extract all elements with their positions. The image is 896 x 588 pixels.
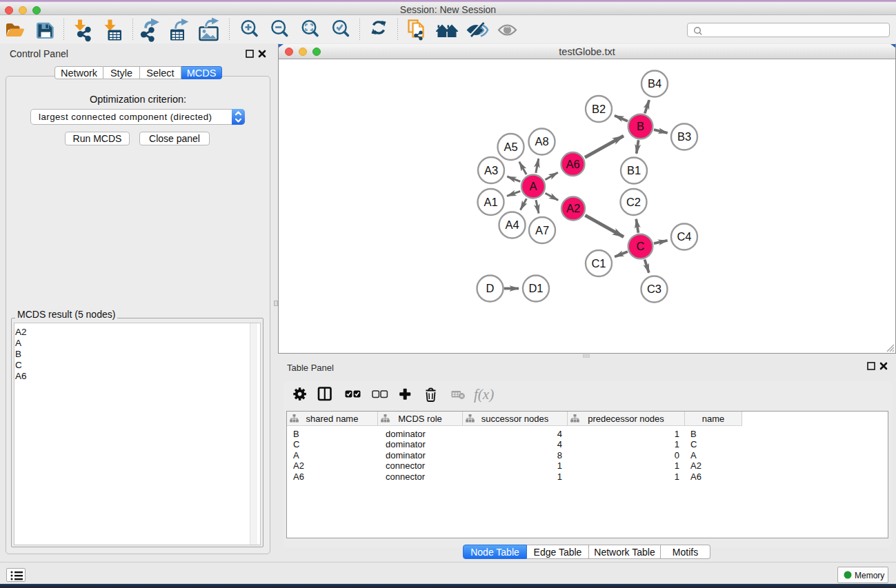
svg-text:A8: A8	[535, 135, 548, 148]
svg-text:A2: A2	[566, 202, 580, 214]
svg-text:D1: D1	[528, 282, 543, 294]
svg-text:A: A	[529, 180, 537, 192]
svg-text:A1: A1	[484, 196, 497, 208]
svg-text:A6: A6	[566, 158, 579, 170]
svg-text:A7: A7	[535, 224, 549, 236]
svg-text:B4: B4	[648, 77, 661, 90]
svg-text:C2: C2	[626, 196, 641, 208]
svg-text:B: B	[637, 120, 644, 132]
svg-text:C: C	[637, 240, 645, 252]
svg-text:A4: A4	[505, 219, 519, 231]
svg-text:B2: B2	[592, 103, 606, 115]
svg-text:A3: A3	[484, 164, 498, 176]
svg-text:C3: C3	[647, 283, 661, 295]
svg-text:C4: C4	[677, 230, 691, 243]
svg-text:f(x): f(x)	[474, 386, 494, 403]
svg-text:C1: C1	[591, 257, 606, 270]
svg-text:B3: B3	[677, 130, 691, 143]
svg-text:D: D	[486, 282, 495, 294]
svg-text:B1: B1	[627, 164, 641, 176]
svg-text:A5: A5	[504, 141, 517, 153]
